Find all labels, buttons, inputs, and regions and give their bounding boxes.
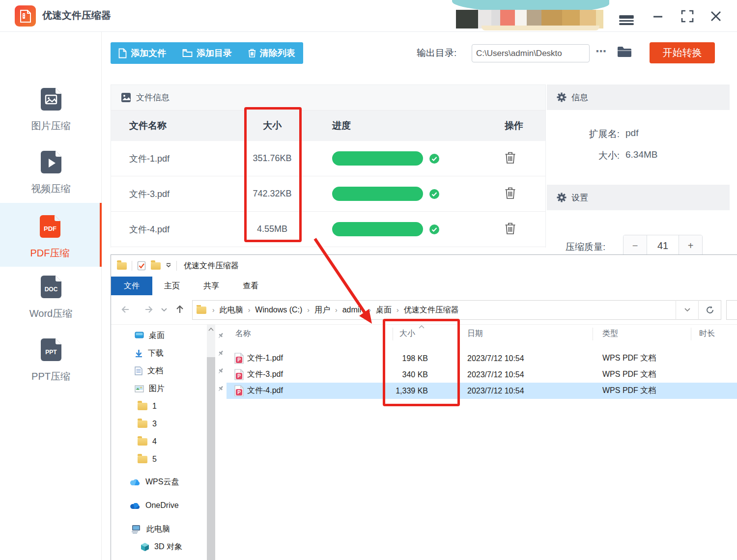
file-row[interactable]: P 文件-1.pdf 198 KB 2023/7/12 10:54 WPS PD…: [227, 350, 737, 366]
nav-item-downloads[interactable]: 下载: [135, 346, 164, 360]
tab-view[interactable]: 查看: [231, 277, 270, 295]
output-dir-label: 输出目录:: [417, 47, 456, 59]
scroll-up-icon[interactable]: [207, 326, 215, 334]
menu-icon[interactable]: [618, 8, 635, 25]
col-name[interactable]: 名称: [235, 329, 251, 339]
file-name: 文件-4.pdf: [247, 386, 283, 396]
properties-check-icon[interactable]: [137, 261, 146, 271]
add-file-label: 添加文件: [131, 47, 166, 59]
output-dir-input[interactable]: [472, 44, 590, 62]
app-titlebar: 优速文件压缩器: [0, 0, 737, 32]
gear-icon: [557, 193, 567, 202]
explorer-body: 桌面 下载 文档 图片: [111, 325, 737, 560]
nav-item-folder-4[interactable]: 4: [138, 435, 157, 448]
breadcrumb-item[interactable]: admin: [341, 306, 365, 314]
minimize-button[interactable]: [650, 8, 666, 25]
new-folder-icon[interactable]: [151, 262, 161, 270]
refresh-icon[interactable]: [698, 300, 721, 320]
breadcrumb-item[interactable]: 桌面: [375, 305, 393, 315]
nav-label: 桌面: [149, 331, 165, 341]
pin-icon: [217, 367, 224, 374]
sidebar-item-label: 图片压缩: [0, 119, 102, 133]
file-icon: [118, 48, 127, 58]
quality-minus-button[interactable]: −: [624, 235, 647, 256]
breadcrumb-item[interactable]: 此电脑: [219, 305, 244, 315]
maximize-button[interactable]: [679, 8, 696, 25]
nav-label: 3D 对象: [154, 542, 182, 552]
explorer-file-list: 名称 大小 日期 类型 时长 P 文件-1.pdf 198 KB 2023/7/…: [227, 325, 737, 560]
file-type: WPS PDF 文档: [602, 353, 656, 364]
delete-trash-icon[interactable]: [505, 222, 516, 235]
tab-file[interactable]: 文件: [111, 277, 152, 295]
nav-item-this-pc[interactable]: 此电脑: [131, 522, 170, 536]
settings-section-title: 设置: [571, 192, 588, 203]
open-output-folder-icon[interactable]: [616, 44, 633, 61]
col-duration[interactable]: 时长: [699, 329, 715, 339]
search-box[interactable]: [726, 300, 737, 320]
col-size: 大小: [228, 119, 316, 132]
tab-home[interactable]: 主页: [152, 277, 192, 295]
sidebar-item-pdf-compress[interactable]: PDF PDF压缩: [0, 203, 102, 267]
add-directory-button[interactable]: 添加目录: [182, 47, 232, 59]
address-dropdown-icon[interactable]: [676, 300, 698, 320]
nav-scrollbar[interactable]: [207, 325, 215, 560]
sidebar-item-word-compress[interactable]: DOC Word压缩: [0, 274, 102, 320]
nav-item-folder-1[interactable]: 1: [138, 399, 157, 413]
quality-value[interactable]: 41: [647, 235, 679, 256]
forward-icon[interactable]: [142, 303, 155, 316]
nav-item-desktop[interactable]: 桌面: [135, 329, 165, 342]
close-button[interactable]: [708, 8, 724, 25]
col-date[interactable]: 日期: [467, 329, 483, 339]
qat-dropdown-icon[interactable]: [166, 263, 171, 269]
quality-plus-button[interactable]: +: [679, 235, 702, 256]
nav-item-onedrive[interactable]: OneDrive: [130, 499, 179, 512]
breadcrumb-item[interactable]: 用户: [313, 305, 331, 315]
sidebar-item-label: PPT压缩: [0, 370, 102, 383]
info-section-header: 信息: [547, 84, 730, 110]
ext-label: 扩展名:: [547, 128, 620, 140]
file-name: 文件-4.pdf: [111, 224, 228, 235]
sidebar-item-video-compress[interactable]: 视频压缩: [0, 149, 102, 196]
sort-asc-icon: [418, 325, 425, 329]
address-bar[interactable]: ›此电脑 ›Windows (C:) ›用户 ›admin ›桌面 ›优速文件压…: [192, 300, 721, 320]
up-icon[interactable]: [173, 303, 187, 316]
wps-pdf-file-icon: P: [234, 353, 244, 364]
browse-more-button[interactable]: ⋯: [595, 45, 607, 58]
download-icon: [135, 349, 143, 358]
nav-item-folder-5[interactable]: 5: [138, 452, 157, 466]
delete-trash-icon[interactable]: [505, 186, 516, 199]
sidebar-item-ppt-compress[interactable]: PPT PPT压缩: [0, 336, 102, 383]
breadcrumb-item[interactable]: Windows (C:): [254, 306, 303, 314]
breadcrumb-item[interactable]: 优速文件压缩器: [403, 305, 460, 315]
pdf-doc-icon: PDF: [37, 213, 63, 240]
tab-share[interactable]: 共享: [192, 277, 231, 295]
nav-item-pictures[interactable]: 图片: [135, 382, 165, 395]
nav-item-wps-cloud[interactable]: WPS云盘: [130, 475, 179, 489]
col-size[interactable]: 大小: [399, 329, 415, 339]
add-directory-label: 添加目录: [197, 47, 232, 59]
nav-label: 图片: [149, 384, 165, 394]
nav-item-documents[interactable]: 文档: [135, 364, 163, 378]
size-value: 6.34MB: [625, 149, 657, 162]
sidebar-item-image-compress[interactable]: 图片压缩: [0, 86, 102, 133]
file-row[interactable]: P 文件-3.pdf 340 KB 2023/7/12 10:54 WPS PD…: [227, 366, 737, 383]
scrollbar-thumb[interactable]: [207, 357, 215, 560]
file-size: 351.76KB: [228, 153, 316, 164]
quality-label: 压缩质量:: [566, 241, 605, 253]
back-icon[interactable]: [120, 303, 134, 316]
clear-list-button[interactable]: 清除列表: [248, 47, 295, 59]
nav-item-folder-3[interactable]: 3: [138, 417, 157, 431]
add-file-button[interactable]: 添加文件: [118, 47, 166, 59]
pin-icon: [217, 385, 224, 392]
col-type[interactable]: 类型: [602, 329, 618, 339]
nav-label: 4: [152, 437, 157, 446]
recent-dropdown-icon[interactable]: [160, 303, 168, 316]
file-row-selected[interactable]: P 文件-4.pdf 1,339 KB 2023/7/12 10:54 WPS …: [227, 383, 737, 399]
nav-item-3d-objects[interactable]: 3D 对象: [141, 540, 182, 554]
sidebar-item-label: 视频压缩: [0, 182, 102, 196]
col-file-name: 文件名称: [111, 119, 228, 132]
nav-item-partial[interactable]: [131, 556, 140, 560]
start-convert-button[interactable]: 开始转换: [650, 42, 715, 63]
table-row: 文件-4.pdf 4.55MB: [111, 212, 545, 247]
delete-trash-icon[interactable]: [505, 151, 516, 164]
